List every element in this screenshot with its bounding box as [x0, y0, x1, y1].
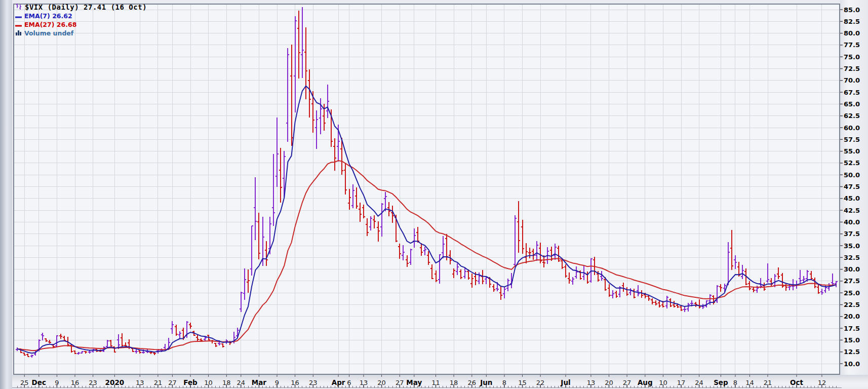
svg-text:37.5: 37.5 — [844, 230, 860, 238]
svg-text:60.0: 60.0 — [844, 124, 860, 132]
svg-text:25.0: 25.0 — [844, 289, 860, 297]
volume-bars-icon — [15, 28, 22, 38]
svg-text:52.5: 52.5 — [844, 159, 860, 167]
svg-text:55.0: 55.0 — [844, 147, 860, 155]
ema7-legend-row: EMA(7) 26.62 — [15, 12, 147, 20]
svg-text:35.0: 35.0 — [844, 242, 860, 250]
svg-text:17.5: 17.5 — [844, 325, 860, 332]
svg-text:10.0: 10.0 — [844, 360, 860, 368]
left-margin-strip — [0, 0, 12, 389]
svg-text:20.0: 20.0 — [844, 313, 860, 320]
svg-text:70.0: 70.0 — [844, 76, 860, 84]
price-chart: 85.082.580.077.575.072.570.067.565.062.5… — [0, 0, 868, 389]
svg-text:62.5: 62.5 — [844, 112, 860, 120]
svg-text:42.5: 42.5 — [844, 207, 860, 214]
svg-text:77.5: 77.5 — [844, 41, 860, 49]
svg-text:50.0: 50.0 — [844, 171, 860, 179]
svg-text:47.5: 47.5 — [844, 183, 860, 190]
chart-legend: $VIX (Daily) 27.41 (16 Oct) EMA(7) 26.62… — [15, 3, 147, 37]
svg-text:22.5: 22.5 — [844, 301, 860, 308]
volume-legend-label: Volume undef — [24, 29, 73, 37]
ema7-legend-label: EMA(7) 26.62 — [24, 12, 72, 20]
volume-legend-row: Volume undef — [15, 29, 147, 37]
svg-text:15.0: 15.0 — [844, 336, 860, 344]
ema27-legend-row: EMA(27) 26.68 — [15, 20, 147, 28]
stockcharts-window: 85.082.580.077.575.072.570.067.565.062.5… — [0, 0, 868, 389]
ema27-legend-label: EMA(27) 26.68 — [24, 21, 76, 28]
svg-text:40.0: 40.0 — [844, 218, 860, 226]
svg-text:85.0: 85.0 — [844, 6, 860, 14]
svg-text:82.5: 82.5 — [844, 18, 860, 25]
svg-text:67.5: 67.5 — [844, 89, 860, 96]
svg-text:57.5: 57.5 — [844, 136, 860, 143]
svg-text:72.5: 72.5 — [844, 65, 860, 72]
svg-text:65.0: 65.0 — [844, 100, 860, 108]
symbol-title-row: $VIX (Daily) 27.41 (16 Oct) — [15, 3, 147, 11]
svg-text:45.0: 45.0 — [844, 194, 860, 202]
svg-text:27.5: 27.5 — [844, 277, 860, 285]
symbol-title: $VIX (Daily) 27.41 (16 Oct) — [25, 3, 147, 11]
plot-background — [14, 4, 840, 374]
svg-text:80.0: 80.0 — [844, 29, 860, 37]
svg-text:75.0: 75.0 — [844, 53, 860, 61]
svg-text:32.5: 32.5 — [844, 254, 860, 261]
svg-text:12.5: 12.5 — [844, 348, 860, 356]
svg-text:30.0: 30.0 — [844, 265, 860, 273]
